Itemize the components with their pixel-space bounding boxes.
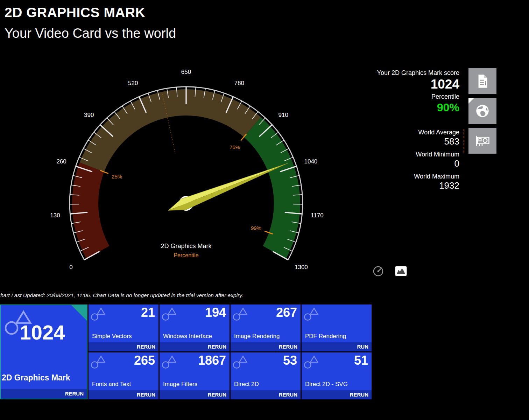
- world-average-value: 583: [377, 136, 459, 147]
- report-icon: [474, 72, 491, 90]
- tile-windows-interface[interactable]: 194Windows InterfaceRERUN: [160, 304, 230, 351]
- tile-label: Windows Interface: [163, 333, 212, 340]
- benchmark-tiles-grid: 1024 2D Graphics Mark RERUN 21Simple Vec…: [0, 304, 372, 399]
- tile-label: Image Filters: [163, 381, 197, 388]
- tile-direct-2d-svg[interactable]: 51Direct 2D - SVGRERUN: [302, 352, 372, 399]
- tile-label: 2D Graphics Mark: [2, 373, 70, 383]
- rerun-button[interactable]: RERUN: [160, 390, 230, 399]
- vector-shapes-icon: [303, 306, 319, 322]
- gauge-scale-label: 260: [56, 158, 66, 165]
- tile-score: 1024: [1, 321, 84, 344]
- chart-view-button[interactable]: [395, 266, 407, 276]
- gauge-scale-label: 390: [84, 112, 94, 118]
- vector-shapes-icon: [161, 354, 177, 370]
- tile-direct-2d[interactable]: 53Direct 2DRERUN: [231, 352, 301, 399]
- gauge-scale-label: 1300: [295, 264, 308, 271]
- run-button[interactable]: RUN: [302, 342, 372, 351]
- tile-label: Direct 2D - SVG: [305, 381, 348, 388]
- percentile-tick-label: 99%: [251, 225, 261, 231]
- tile-label: Fonts and Text: [92, 381, 131, 388]
- world-comparison-button[interactable]: [468, 98, 496, 124]
- tile-score: 194: [205, 305, 226, 320]
- gauge-scale-label: 780: [234, 80, 244, 86]
- tile-score: 21: [141, 305, 155, 320]
- tile-label: Image Rendering: [234, 333, 280, 340]
- gauge-scale-label: 1170: [311, 212, 324, 219]
- world-maximum-label: World Maximum: [377, 173, 459, 180]
- tile-score: 267: [276, 305, 297, 320]
- rerun-button[interactable]: RERUN: [302, 390, 372, 399]
- score-label: Your 2D Graphics Mark score: [377, 69, 459, 77]
- vector-shapes-icon: [90, 306, 106, 322]
- percentile-label: Percentile: [377, 93, 459, 100]
- gauge-scale-label: 520: [128, 80, 138, 86]
- gauge-scale-label: 650: [181, 69, 191, 75]
- page-header: 2D GRAPHICS MARK Your Video Card vs the …: [5, 5, 176, 41]
- gauge-scale-label: 1040: [304, 158, 317, 165]
- gauge-view-button[interactable]: [372, 265, 384, 277]
- gauge-title: 2D Graphics Mark: [161, 243, 212, 250]
- report-button[interactable]: [468, 68, 496, 94]
- percentile-tick-label: 75%: [230, 144, 240, 150]
- tile-label: PDF Rendering: [305, 333, 346, 340]
- gauge-band-2: [244, 117, 300, 259]
- tile-score: 51: [354, 353, 368, 368]
- globe-icon: [474, 102, 491, 120]
- rerun-button[interactable]: RERUN: [160, 342, 230, 351]
- gauge-scale-label: 910: [278, 112, 288, 118]
- percentile-value: 90%: [377, 100, 459, 114]
- selected-corner-badge: [71, 305, 87, 321]
- tile-pdf-rendering[interactable]: PDF RenderingRUN: [302, 304, 372, 351]
- score-summary-panel: Your 2D Graphics Mark score 1024 Percent…: [377, 69, 459, 191]
- rerun-button[interactable]: RERUN: [89, 390, 158, 399]
- page-subtitle: Your Video Card vs the world: [5, 26, 176, 41]
- tile-score: 1867: [198, 353, 226, 368]
- score-gauge-chart: 013026039052065078091010401170130025%75%…: [35, 52, 350, 287]
- gauge-subtitle: Percentile: [174, 252, 198, 258]
- videocard-button[interactable]: [468, 128, 496, 154]
- rerun-button[interactable]: RERUN: [89, 342, 158, 351]
- vector-shapes-icon: [232, 354, 248, 370]
- chart-last-updated-note: Chart Last Updated: 20/08/2021, 11:06. C…: [0, 292, 243, 299]
- tile-image-filters[interactable]: 1867Image FiltersRERUN: [160, 352, 230, 399]
- rerun-button[interactable]: RERUN: [1, 389, 87, 399]
- tile-score: 265: [134, 353, 155, 368]
- vector-shapes-icon: [303, 354, 319, 370]
- world-minimum-label: World Minimum: [377, 150, 459, 158]
- score-value: 1024: [377, 77, 459, 92]
- tile-fonts-and-text[interactable]: 265Fonts and TextRERUN: [89, 352, 158, 399]
- page-title: 2D GRAPHICS MARK: [5, 5, 176, 20]
- rerun-button[interactable]: RERUN: [231, 342, 301, 351]
- tile-image-rendering[interactable]: 267Image RenderingRERUN: [231, 304, 301, 351]
- active-view-indicator: [464, 129, 464, 153]
- vector-shapes-icon: [90, 354, 106, 370]
- gauge-scale-label: 0: [69, 264, 72, 271]
- tile-label: Direct 2D: [234, 381, 259, 388]
- tile-score: 53: [283, 353, 297, 368]
- gauge-scale-label: 130: [50, 212, 60, 219]
- rerun-button[interactable]: RERUN: [231, 390, 301, 399]
- world-maximum-value: 1932: [377, 180, 459, 191]
- tile-simple-vectors[interactable]: 21Simple VectorsRERUN: [89, 304, 158, 351]
- world-minimum-value: 0: [377, 158, 459, 169]
- vector-shapes-icon: [232, 306, 248, 322]
- performancetest-2d-graphics-window: 2D GRAPHICS MARK Your Video Card vs the …: [0, 0, 529, 420]
- vector-shapes-icon: [161, 306, 177, 322]
- percentile-tick-label: 25%: [112, 174, 122, 180]
- world-average-label: World Average: [377, 128, 459, 136]
- tile-label: Simple Vectors: [92, 333, 132, 340]
- tile-2d-graphics-mark[interactable]: 1024 2D Graphics Mark RERUN: [0, 304, 87, 399]
- graphics-card-icon: [473, 132, 492, 150]
